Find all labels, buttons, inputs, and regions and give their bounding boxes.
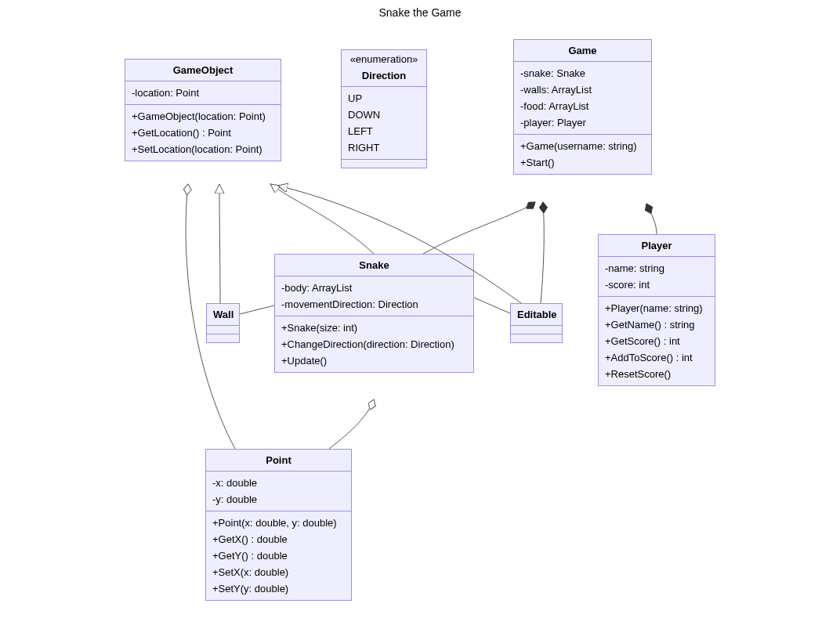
op: +SetY(y: double) [211,580,346,597]
attr: -location: Point [130,85,276,101]
literal: DOWN [346,107,422,123]
attr: -player: Player [519,114,646,131]
attr: -walls: ArrayList [519,81,646,98]
class-attributes: -snake: Snake -walls: ArrayList -food: A… [514,62,651,135]
op: +SetX(x: double) [211,564,346,580]
stereotype: «enumeration» [342,50,426,65]
attr: -body: ArrayList [280,280,469,296]
op: +AddToScore() : int [603,349,710,366]
op: +Snake(size: int) [280,320,469,336]
class-name: Point [206,450,351,472]
op: +Update() [280,352,469,369]
op: +Game(username: string) [519,138,646,154]
literal: LEFT [346,123,422,139]
class-name: Snake [275,255,473,276]
op: +Player(name: string) [603,300,710,316]
enum-literals: UP DOWN LEFT RIGHT [342,87,426,160]
empty-section [207,326,239,334]
op: +ResetScore() [603,366,710,382]
op: +GetY() : double [211,547,346,564]
class-attributes: -x: double -y: double [206,472,351,511]
class-operations: +Player(name: string) +GetName() : strin… [599,297,715,385]
op: +GetLocation() : Point [130,125,276,141]
attr: -score: int [603,276,710,293]
op: +GetScore() : int [603,333,710,349]
diagram-title: Snake the Game [0,6,840,19]
attr: -x: double [211,475,346,491]
class-operations: +Snake(size: int) +ChangeDirection(direc… [275,316,473,372]
class-operations: +GameObject(location: Point) +GetLocatio… [125,105,281,161]
class-operations: +Point(x: double, y: double) +GetX() : d… [206,511,351,600]
class-attributes: -name: string -score: int [599,257,715,297]
class-name: GameObject [125,60,281,81]
class-snake: Snake -body: ArrayList -movementDirectio… [274,254,474,373]
attr: -food: ArrayList [519,98,646,114]
class-attributes: -body: ArrayList -movementDirection: Dir… [275,276,473,316]
class-name: Direction [342,65,426,87]
empty-section [207,334,239,342]
class-editable: Editable [510,303,563,343]
class-name: Editable [511,304,562,326]
empty-section [511,326,562,334]
literal: UP [346,90,422,107]
op: +Start() [519,154,646,171]
op: +GameObject(location: Point) [130,108,276,125]
attr: -movementDirection: Direction [280,296,469,313]
op: +Point(x: double, y: double) [211,515,346,531]
attr: -y: double [211,491,346,508]
literal: RIGHT [346,139,422,156]
class-player: Player -name: string -score: int +Player… [598,234,715,386]
class-name: Game [514,40,651,62]
class-direction: «enumeration» Direction UP DOWN LEFT RIG… [341,49,427,168]
class-gameobject: GameObject -location: Point +GameObject(… [125,59,281,161]
attr: -name: string [603,260,710,276]
op: +ChangeDirection(direction: Direction) [280,336,469,352]
class-game: Game -snake: Snake -walls: ArrayList -fo… [513,39,652,175]
op: +GetName() : string [603,316,710,333]
empty-section [511,334,562,342]
op: +GetX() : double [211,531,346,547]
class-operations: +Game(username: string) +Start() [514,135,651,174]
class-name: Wall [207,304,239,326]
class-attributes: -location: Point [125,81,281,105]
empty-section [342,160,426,168]
class-wall: Wall [206,303,240,343]
class-point: Point -x: double -y: double +Point(x: do… [205,449,352,601]
class-name: Player [599,235,715,257]
attr: -snake: Snake [519,65,646,81]
op: +SetLocation(location: Point) [130,141,276,157]
